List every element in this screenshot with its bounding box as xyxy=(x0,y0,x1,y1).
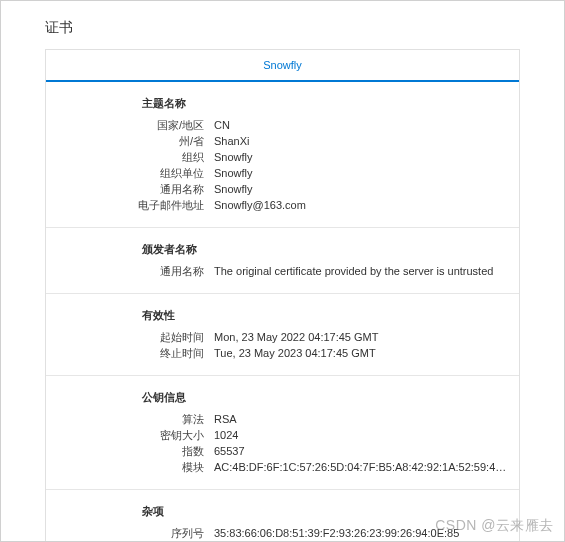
value-keysize: 1024 xyxy=(214,427,519,443)
misc-heading: 杂项 xyxy=(46,502,519,525)
value-issuer-cn: The original certificate provided by the… xyxy=(214,263,519,279)
value-country: CN xyxy=(214,117,519,133)
value-org: Snowfly xyxy=(214,149,519,165)
label-not-after: 终止时间 xyxy=(46,345,214,361)
label-state: 州/省 xyxy=(46,133,214,149)
label-org: 组织 xyxy=(46,149,214,165)
value-not-before: Mon, 23 May 2022 04:17:45 GMT xyxy=(214,329,519,345)
validity-heading: 有效性 xyxy=(46,306,519,329)
pubkey-section: 公钥信息 算法RSA 密钥大小1024 指数65537 模块AC:4B:DF:6… xyxy=(46,376,519,490)
label-algo: 算法 xyxy=(46,411,214,427)
value-algo: RSA xyxy=(214,411,519,427)
label-modulus: 模块 xyxy=(46,459,214,475)
label-org-unit: 组织单位 xyxy=(46,165,214,181)
tab-snowfly[interactable]: Snowfly xyxy=(46,50,519,80)
label-issuer-cn: 通用名称 xyxy=(46,263,214,279)
issuer-heading: 颁发者名称 xyxy=(46,240,519,263)
label-serial: 序列号 xyxy=(46,525,214,541)
subject-heading: 主题名称 xyxy=(46,94,519,117)
certificate-card: Snowfly 主题名称 国家/地区CN 州/省ShanXi 组织Snowfly… xyxy=(45,49,520,542)
subject-section: 主题名称 国家/地区CN 州/省ShanXi 组织Snowfly 组织单位Sno… xyxy=(46,82,519,228)
validity-section: 有效性 起始时间Mon, 23 May 2022 04:17:45 GMT 终止… xyxy=(46,294,519,376)
value-serial: 35:83:66:06:D8:51:39:F2:93:26:23:99:26:9… xyxy=(214,525,519,541)
pubkey-heading: 公钥信息 xyxy=(46,388,519,411)
label-not-before: 起始时间 xyxy=(46,329,214,345)
value-common-name: Snowfly xyxy=(214,181,519,197)
misc-section: 杂项 序列号35:83:66:06:D8:51:39:F2:93:26:23:9… xyxy=(46,490,519,542)
label-email: 电子邮件地址 xyxy=(46,197,214,213)
value-email: Snowfly@163.com xyxy=(214,197,519,213)
label-keysize: 密钥大小 xyxy=(46,427,214,443)
value-modulus: AC:4B:DF:6F:1C:57:26:5D:04:7F:B5:A8:42:9… xyxy=(214,459,519,475)
value-state: ShanXi xyxy=(214,133,519,149)
value-org-unit: Snowfly xyxy=(214,165,519,181)
label-exponent: 指数 xyxy=(46,443,214,459)
issuer-section: 颁发者名称 通用名称The original certificate provi… xyxy=(46,228,519,294)
value-exponent: 65537 xyxy=(214,443,519,459)
value-not-after: Tue, 23 May 2023 04:17:45 GMT xyxy=(214,345,519,361)
page-title: 证书 xyxy=(1,1,564,45)
label-common-name: 通用名称 xyxy=(46,181,214,197)
tab-bar: Snowfly xyxy=(46,50,519,82)
label-country: 国家/地区 xyxy=(46,117,214,133)
